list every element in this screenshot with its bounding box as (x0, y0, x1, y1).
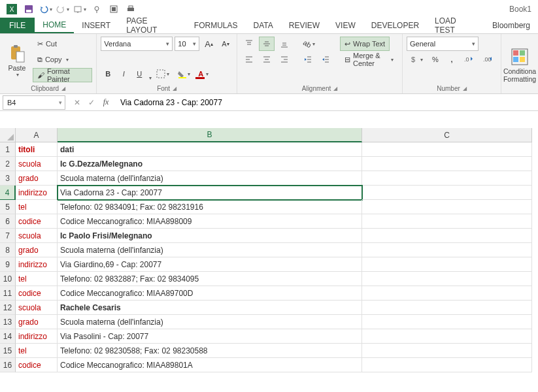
row-header[interactable]: 9 (0, 257, 16, 272)
cell[interactable]: tel (16, 344, 58, 358)
tab-file[interactable]: FILE (0, 18, 35, 33)
cell[interactable]: codice (16, 358, 58, 372)
fill-color-button[interactable]: ▾ (174, 67, 193, 81)
cell[interactable]: codice (16, 214, 58, 229)
row-header[interactable]: 5 (0, 200, 16, 214)
row-header[interactable]: 10 (0, 272, 16, 286)
align-right-button[interactable] (277, 52, 292, 67)
align-middle-button[interactable] (259, 37, 275, 51)
row-header[interactable]: 7 (0, 229, 16, 243)
decrease-decimal-button[interactable]: .00 (480, 52, 497, 67)
cell[interactable] (362, 200, 532, 214)
percent-button[interactable]: % (428, 52, 443, 67)
print-icon[interactable] (123, 2, 139, 16)
row-header[interactable]: 6 (0, 214, 16, 229)
font-color-button[interactable]: A▾ (195, 67, 212, 81)
tab-loadtest[interactable]: LOAD TEST (427, 18, 484, 33)
paste-button[interactable]: Paste ▾ (4, 37, 30, 84)
cell[interactable] (362, 301, 532, 315)
copy-button[interactable]: ⧉Copy▾ (33, 52, 73, 67)
cell[interactable] (362, 315, 532, 329)
cell[interactable] (362, 214, 532, 229)
row-header[interactable]: 3 (0, 171, 16, 186)
cell[interactable]: scuola (16, 301, 58, 315)
cell[interactable] (362, 257, 532, 272)
cell[interactable]: grado (16, 243, 58, 257)
row-header[interactable]: 1 (0, 142, 16, 157)
cell[interactable]: scuola (16, 229, 58, 243)
cell[interactable]: scuola (16, 157, 58, 171)
cell[interactable]: Codice Meccanografico: MIAA898009 (58, 214, 362, 229)
cell[interactable] (362, 171, 532, 186)
cell[interactable]: grado (16, 171, 58, 186)
save-icon[interactable] (21, 2, 37, 16)
dialog-launcher-icon[interactable]: ◢ (61, 86, 65, 91)
cancel-icon[interactable]: ✕ (71, 96, 84, 109)
cell[interactable] (362, 157, 532, 171)
cell[interactable] (362, 272, 532, 286)
font-size-select[interactable]: 10 (175, 37, 199, 51)
touch-icon[interactable] (89, 2, 105, 16)
cell[interactable]: dati (58, 142, 362, 157)
dialog-launcher-icon[interactable]: ◢ (463, 86, 467, 91)
undo-icon[interactable]: ▾ (38, 2, 54, 16)
conditional-formatting-button[interactable]: Conditiona Formatting (505, 37, 534, 92)
cell[interactable]: Codice Meccanografico: MIAA89700D (58, 286, 362, 301)
cell[interactable] (362, 142, 532, 157)
cell[interactable]: Telefono: 02 9834091; Fax: 02 98231916 (58, 200, 362, 214)
qat-icon[interactable]: ▾ (72, 2, 88, 16)
align-bottom-button[interactable] (277, 37, 292, 51)
underline-button[interactable]: U (132, 67, 146, 81)
cell[interactable] (362, 344, 532, 358)
cell[interactable] (362, 329, 532, 344)
increase-decimal-button[interactable]: .0 (461, 52, 478, 67)
formula-input[interactable] (115, 95, 538, 110)
row-header[interactable]: 4 (0, 186, 16, 200)
cell[interactable]: Ic G.Dezza/Melegnano (58, 157, 362, 171)
cell[interactable] (362, 286, 532, 301)
cell[interactable]: Rachele Cesaris (58, 301, 362, 315)
increase-indent-button[interactable] (318, 52, 333, 67)
cell[interactable]: grado (16, 315, 58, 329)
cell[interactable]: Codice Meccanografico: MIAA89801A (58, 358, 362, 372)
cell[interactable] (362, 229, 532, 243)
cell[interactable]: titoli (16, 142, 58, 157)
tab-home[interactable]: HOME (35, 18, 74, 33)
cell[interactable]: codice (16, 286, 58, 301)
font-name-select[interactable]: Verdana (101, 37, 173, 51)
accounting-button[interactable]: $▾ (407, 52, 426, 67)
name-box[interactable]: B4 (3, 95, 65, 110)
tab-developer[interactable]: DEVELOPER (363, 18, 427, 33)
excel-icon[interactable]: X (4, 2, 20, 16)
tab-bloomberg[interactable]: Bloomberg (484, 18, 538, 33)
row-header[interactable]: 12 (0, 301, 16, 315)
tab-view[interactable]: VIEW (328, 18, 363, 33)
row-header[interactable]: 11 (0, 286, 16, 301)
preview-icon[interactable] (106, 2, 122, 16)
row-header[interactable]: 8 (0, 243, 16, 257)
merge-center-button[interactable]: ⊟Merge & Center▾ (340, 52, 398, 67)
bold-button[interactable]: B (101, 67, 115, 81)
cell[interactable]: tel (16, 272, 58, 286)
cell[interactable]: Via Pasolini - Cap: 20077 (58, 329, 362, 344)
cell[interactable]: Scuola materna (dell'infanzia) (58, 243, 362, 257)
align-top-button[interactable] (241, 37, 257, 51)
cell[interactable]: Telefono: 02 9832887; Fax: 02 9834095 (58, 272, 362, 286)
cell[interactable]: Scuola materna (dell'infanzia) (58, 171, 362, 186)
cell[interactable]: Via Giardino,69 - Cap: 20077 (58, 257, 362, 272)
number-format-select[interactable]: General (407, 37, 479, 51)
cell[interactable]: tel (16, 200, 58, 214)
dialog-launcher-icon[interactable]: ◢ (173, 86, 177, 91)
enter-icon[interactable]: ✓ (85, 96, 98, 109)
border-button[interactable]: ▾ (153, 67, 173, 81)
orientation-button[interactable]: ab▾ (300, 37, 318, 51)
shrink-font-button[interactable]: A▾ (218, 37, 233, 51)
tab-insert[interactable]: INSERT (74, 18, 118, 33)
cell[interactable]: Scuola materna (dell'infanzia) (58, 315, 362, 329)
fx-icon[interactable]: fx (99, 96, 112, 109)
dialog-launcher-icon[interactable]: ◢ (333, 86, 337, 91)
tab-data[interactable]: DATA (246, 18, 281, 33)
row-header[interactable]: 16 (0, 358, 16, 372)
cell[interactable]: indirizzo (16, 329, 58, 344)
comma-button[interactable]: , (445, 52, 459, 67)
